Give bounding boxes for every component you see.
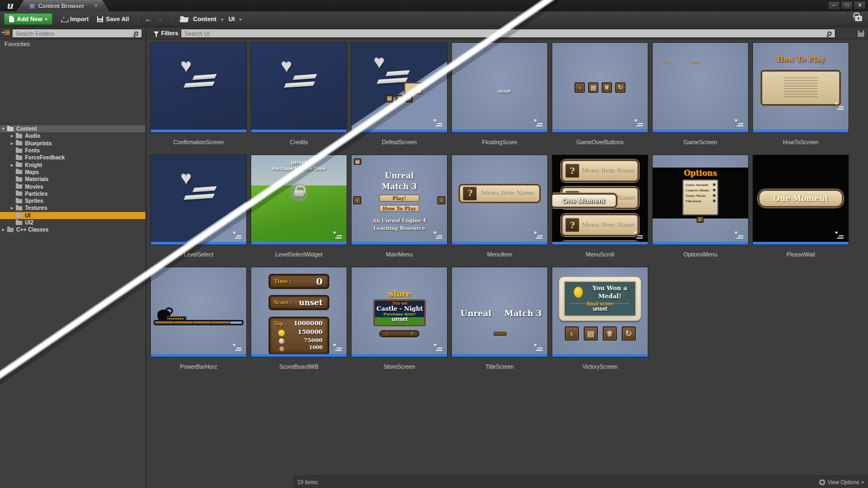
asset-thumbnail: ♥ — [652, 42, 749, 133]
asset-thumbnail: Options Game Sounds Camera Shake Game Mu… — [652, 155, 749, 245]
asset-tile-credits[interactable]: ♥ Credits — [251, 42, 347, 146]
sidebar-item-label: Knight — [25, 162, 42, 168]
chevron-collapsed-icon[interactable]: ▸ — [11, 141, 16, 146]
sidebar-item-audio[interactable]: ▸Audio — [0, 132, 145, 139]
add-new-button[interactable]: Add New ▾ — [4, 13, 53, 25]
sidebar-item-fonts[interactable]: Fonts — [0, 147, 145, 154]
sidebar-item-label: C++ Classes — [16, 227, 49, 233]
widget-blueprint-icon: ♥ — [280, 63, 318, 91]
sidebar-item-blueprints[interactable]: ▸Blueprints — [0, 140, 145, 147]
victory-line2: Medal! — [575, 293, 645, 300]
folder-icon — [16, 221, 22, 225]
sidebar-item-forcefeedback[interactable]: ForceFeedback — [0, 154, 145, 161]
sidebar-item-sprites[interactable]: Sprites — [0, 197, 145, 204]
lock-sources-icon[interactable] — [855, 16, 862, 21]
breadcrumb-ui[interactable]: UI — [228, 16, 235, 22]
tab-close-icon[interactable]: × — [94, 2, 98, 9]
asset-thumbnail: You Won a Medal! final score unset ‹ ▤ ♕… — [552, 267, 648, 357]
asset-tile-mainmenu[interactable]: ▤ Unreal Match 3 Play! How To Play An Un… — [351, 155, 448, 258]
folder-icon — [16, 191, 22, 196]
asset-tile-storescreen[interactable]: Store This will Castle - Night Purchase … — [351, 267, 448, 370]
widget-corner-icon: ♥ — [534, 233, 544, 240]
sidebar-item-knight[interactable]: ▸Knight — [0, 161, 145, 168]
asset-tile-menuitem[interactable]: ? Menu Item Name ♥ MenuItem — [451, 155, 548, 258]
panel-divider[interactable] — [0, 124, 145, 124]
asset-tile-menuscroll[interactable]: ? Menu Item Name ? Menu Item Name ? Menu… — [552, 155, 648, 258]
checkbox-icon — [713, 189, 716, 191]
widget-corner-icon: ♥ — [735, 233, 744, 240]
chevron-down-icon: ▾ — [861, 480, 864, 485]
sidebar-item-movies[interactable]: Movies — [0, 183, 145, 190]
asset-tile-floatingscore[interactable]: unset ♥ FloatingScore — [451, 42, 548, 146]
filters-button[interactable]: Filters ▾ — [154, 30, 183, 36]
asset-tile-pleasewait[interactable]: One Moment ♥ PleaseWait — [752, 155, 849, 258]
asset-name: MainMenu — [351, 251, 448, 258]
asset-type-bar — [151, 354, 246, 357]
view-options-button[interactable]: View Options ▾ — [819, 479, 864, 485]
breadcrumb-content[interactable]: Content — [193, 16, 216, 22]
asset-thumbnail: ♥ ▤ ♕ ↻ ♥ — [351, 42, 448, 133]
sidebar-item-maps[interactable]: Maps — [0, 169, 145, 176]
collapse-sources-icon[interactable] — [3, 30, 10, 36]
asset-thumbnail: Time : 0 Score : unset Top : 1000000 150… — [251, 267, 347, 357]
asset-name: HowToScreen — [752, 139, 849, 146]
asset-tile-optionsmenu[interactable]: Options Game Sounds Camera Shake Game Mu… — [652, 155, 749, 258]
asset-type-bar — [452, 130, 547, 132]
chevron-expanded-icon[interactable]: ▾ — [2, 126, 7, 131]
asset-thumbnail: unset Purchase from the Store ♥ — [251, 155, 347, 245]
score-value: unset — [299, 298, 323, 307]
search-folders-input[interactable]: Search Folders — [12, 29, 142, 38]
question-icon: ? — [463, 187, 477, 201]
sidebar-item-textures[interactable]: ▸Textures — [0, 204, 145, 211]
sidebar-item-label: Maps — [25, 169, 39, 175]
sidebar-item-label: Audio — [25, 133, 40, 139]
sidebar-item-particles[interactable]: Particles — [0, 190, 145, 197]
breadcrumb-separator-icon: ▸ — [240, 17, 242, 22]
minimize-button[interactable]: ─ — [828, 1, 840, 10]
asset-grid: ♥ ConfirmationScreen ♥ Credits ♥ ▤ ♕ ↻ — [150, 42, 856, 379]
asset-tile-levelselect[interactable]: ♥ ♥ LevelSelect — [150, 155, 247, 258]
maximize-button[interactable]: □ — [841, 1, 853, 10]
sidebar-item-content[interactable]: ▾Content — [0, 125, 145, 132]
asset-tile-confirmationscreen[interactable]: ♥ ConfirmationScreen — [150, 42, 247, 146]
top-value-2: 150000 — [298, 329, 323, 336]
one-moment-label: One Moment — [773, 194, 828, 203]
sidebar-item-ui2[interactable]: UI2 — [0, 219, 145, 226]
chevron-down-icon: ▾ — [45, 17, 47, 22]
asset-tile-gameoverbuttons[interactable]: ‹ ▤ ♕ ↻ ♥ GameOverButtons — [552, 42, 648, 146]
asset-name: Credits — [251, 139, 347, 146]
asset-tile-titlescreen[interactable]: Unreal Match 3 ♥ TitleScreen — [451, 267, 548, 370]
asset-thumbnail: unset ♥ — [451, 42, 548, 133]
chevron-collapsed-icon[interactable]: ▸ — [11, 206, 16, 210]
chevron-collapsed-icon[interactable]: ▸ — [2, 227, 7, 232]
search-assets-input[interactable]: Search UI — [181, 29, 835, 38]
chevron-collapsed-icon[interactable]: ▸ — [11, 133, 16, 138]
play-button: Play! — [379, 195, 419, 202]
sidebar-item-label: ForceFeedback — [25, 155, 65, 160]
menu-item-plaque: ? Menu Item Name — [561, 159, 639, 182]
sidebar-item-materials[interactable]: Materials — [0, 176, 145, 183]
tab-content-browser[interactable]: ▦ Content Browser × — [16, 0, 110, 11]
folder-icon — [16, 134, 22, 138]
asset-tile-defeatscreen[interactable]: ♥ ▤ ♕ ↻ ♥ DefeatScreen — [351, 42, 448, 146]
widget-corner-icon: ♥ — [534, 345, 544, 352]
asset-tile-powerbarhorz[interactable]: ♥ PowerBarHorz — [150, 267, 247, 370]
menu-item-label: Menu Item Name — [477, 190, 539, 197]
asset-tile-victoryscreen[interactable]: You Won a Medal! final score unset ‹ ▤ ♕… — [552, 267, 648, 370]
option-label: Game Sounds — [686, 183, 709, 187]
asset-tile-gamescreen[interactable]: ♥ GameScreen — [652, 42, 749, 146]
asset-tile-howtoscreen[interactable]: How To Play ♥ HowToScreen — [752, 42, 849, 146]
import-button[interactable]: Import — [61, 16, 88, 22]
chevron-collapsed-icon[interactable]: ▸ — [11, 163, 16, 168]
save-search-icon[interactable] — [858, 30, 864, 37]
back-arrow-icon[interactable]: ← — [145, 15, 152, 23]
asset-tile-scoreboardwb[interactable]: Time : 0 Score : unset Top : 1000000 150… — [251, 267, 347, 370]
asset-tile-levelselectwidget[interactable]: unset Purchase from the Store ♥ LevelSel… — [251, 155, 347, 258]
save-all-button[interactable]: Save All — [97, 16, 129, 22]
top-label: Top : — [274, 321, 286, 326]
padlock-icon — [290, 183, 308, 202]
close-button[interactable]: × — [854, 1, 866, 10]
sidebar-item-label: Materials — [25, 176, 48, 182]
sidebar-item-c-classes[interactable]: ▸C++ Classes — [0, 226, 145, 233]
sidebar-item-ui[interactable]: UI — [0, 212, 145, 219]
